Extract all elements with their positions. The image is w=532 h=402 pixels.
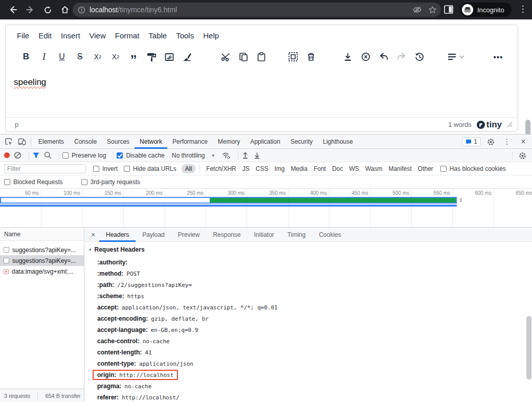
devtools-settings-icon[interactable] (484, 135, 497, 148)
menu-tools[interactable]: Tools (171, 29, 198, 42)
filter-type-wasm[interactable]: Wasm (362, 164, 386, 173)
close-detail-icon[interactable]: × (88, 231, 98, 239)
menu-insert[interactable]: Insert (56, 29, 85, 42)
address-bar[interactable]: localhost/tinymce/tiny6.html (73, 3, 441, 17)
filter-type-fetchxhr[interactable]: Fetch/XHR (203, 164, 239, 173)
site-info-icon[interactable] (78, 6, 85, 14)
tab-preview[interactable]: Preview (171, 228, 207, 242)
search-icon[interactable] (44, 151, 52, 159)
tab-headers[interactable]: Headers (99, 228, 136, 242)
filter-toggle-icon[interactable] (32, 152, 40, 159)
paste-icon[interactable] (255, 51, 268, 63)
hidden-eye-icon[interactable] (412, 6, 422, 14)
device-toolbar-icon[interactable] (15, 135, 29, 148)
detail-scrollbar-thumb[interactable] (526, 316, 531, 379)
tab-console[interactable]: Console (69, 135, 102, 149)
third-party-checkbox[interactable]: 3rd-party requests (81, 178, 140, 186)
tab-network[interactable]: Network (135, 135, 167, 149)
tiny-logo[interactable]: tiny (477, 120, 502, 130)
tab-response[interactable]: Response (206, 228, 247, 242)
editor-content[interactable]: speeling (6, 68, 518, 118)
network-overview[interactable]: 50 ms 100 ms 150 ms 200 ms 250 ms 300 ms… (0, 189, 532, 228)
throttling-select[interactable]: No throttling ▾ (172, 152, 214, 159)
resize-handle-icon[interactable] (507, 122, 513, 127)
filter-type-media[interactable]: Media (287, 164, 311, 173)
blocked-requests-checkbox[interactable]: Blocked Requests (4, 178, 63, 186)
invert-checkbox[interactable]: Invert (93, 165, 118, 172)
copy-icon[interactable] (237, 51, 250, 63)
restore-draft-icon[interactable] (413, 51, 426, 63)
cut-icon[interactable] (219, 51, 232, 63)
issues-badge[interactable]: 1 (462, 137, 481, 146)
menu-help[interactable]: Help (198, 29, 224, 42)
underline-button[interactable]: U (56, 51, 68, 63)
tab-memory[interactable]: Memory (213, 135, 245, 149)
filter-type-css[interactable]: CSS (253, 164, 272, 173)
superscript-button[interactable]: X2 (109, 51, 122, 63)
tab-initiator[interactable]: Initiator (247, 228, 280, 242)
cancel-circle-icon[interactable] (360, 51, 372, 63)
filter-type-manifest[interactable]: Manifest (385, 164, 414, 173)
italic-button[interactable]: I (38, 51, 50, 63)
tab-cookies[interactable]: Cookies (312, 228, 347, 242)
filter-type-ws[interactable]: WS (346, 164, 362, 173)
network-conditions-icon[interactable] (221, 151, 231, 159)
tab-timing[interactable]: Timing (281, 228, 313, 242)
bookmark-star-icon[interactable] (428, 6, 437, 14)
filter-type-doc[interactable]: Doc (329, 164, 346, 173)
preserve-log-checkbox[interactable]: Preserve log (62, 152, 106, 159)
tab-sources[interactable]: Sources (102, 135, 135, 149)
redo-icon[interactable] (395, 51, 408, 63)
filter-type-all[interactable]: All (182, 164, 195, 173)
element-path[interactable]: p (15, 121, 18, 128)
page-scrollbar-thumb[interactable] (525, 120, 530, 135)
import-har-icon[interactable] (241, 151, 249, 159)
tab-performance[interactable]: Performance (167, 135, 213, 149)
tab-security[interactable]: Security (285, 135, 318, 149)
request-headers-section[interactable]: ▾ Request Headers (89, 246, 145, 253)
trash-icon[interactable] (305, 51, 317, 63)
filter-type-js[interactable]: JS (239, 164, 253, 173)
export-har-icon[interactable] (253, 151, 261, 159)
forward-icon[interactable] (21, 2, 39, 17)
brush-icon[interactable] (181, 51, 193, 63)
browser-menu-icon[interactable]: ⋮ (518, 4, 528, 14)
requests-name-header[interactable]: Name (0, 228, 84, 241)
disclosure-triangle-icon[interactable]: ▾ (89, 247, 92, 252)
devtools-close-icon[interactable]: × (517, 135, 530, 148)
request-row[interactable]: data:image/svg+xml;... (0, 266, 84, 277)
request-row[interactable]: suggestions?apiKey=... (0, 244, 84, 255)
reload-icon[interactable] (39, 2, 56, 17)
export-download-icon[interactable] (342, 51, 354, 63)
menu-file[interactable]: File (12, 29, 34, 42)
menu-format[interactable]: Format (110, 29, 144, 42)
filter-type-font[interactable]: Font (311, 164, 329, 173)
menu-edit[interactable]: Edit (34, 29, 56, 42)
filter-type-img[interactable]: Img (271, 164, 287, 173)
subscript-button[interactable]: X2 (92, 51, 104, 63)
misspelled-word[interactable]: speeling (14, 77, 46, 87)
tab-payload[interactable]: Payload (136, 228, 171, 242)
undo-icon[interactable] (378, 51, 390, 63)
network-filter-input[interactable] (4, 164, 86, 173)
image-frame-icon[interactable] (163, 51, 175, 63)
has-blocked-cookies-checkbox[interactable]: Has blocked cookies (440, 165, 506, 172)
clear-button[interactable] (14, 151, 21, 159)
record-button[interactable] (4, 152, 10, 158)
align-dropdown[interactable] (447, 51, 466, 63)
word-count[interactable]: 1 words (448, 121, 472, 128)
paint-roller-icon[interactable] (145, 51, 158, 63)
tab-application[interactable]: Application (245, 135, 285, 149)
tab-elements[interactable]: Elements (33, 135, 69, 149)
select-all-icon[interactable] (287, 51, 299, 63)
bold-button[interactable]: B (20, 51, 32, 63)
home-icon[interactable] (56, 2, 74, 17)
back-icon[interactable] (4, 2, 21, 17)
network-settings-icon[interactable] (516, 149, 529, 162)
more-button[interactable]: ••• (492, 51, 504, 63)
request-row-selected[interactable]: suggestions?apiKey=... (0, 255, 84, 266)
hide-data-urls-checkbox[interactable]: Hide data URLs (124, 165, 176, 172)
strikethrough-button[interactable]: S (74, 51, 86, 63)
incognito-badge[interactable]: Incognito (460, 3, 512, 17)
blockquote-button[interactable]: ” (127, 51, 140, 63)
